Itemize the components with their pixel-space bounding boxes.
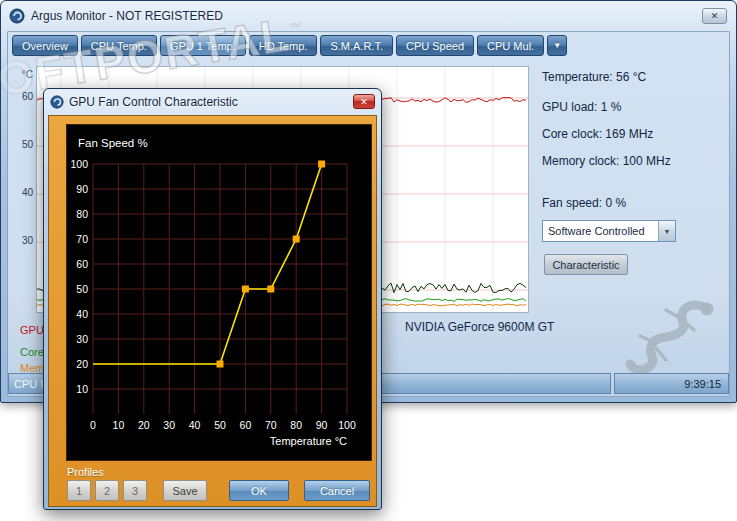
y-axis-tick-40: 40 xyxy=(16,187,33,198)
svg-text:70: 70 xyxy=(76,233,88,245)
svg-text:30: 30 xyxy=(76,333,88,345)
svg-text:20: 20 xyxy=(138,419,150,431)
tab-cpu-mul[interactable]: CPU Mul. xyxy=(477,35,544,56)
chevron-down-icon[interactable]: ▼ xyxy=(658,221,675,241)
svg-text:50: 50 xyxy=(214,419,226,431)
y-axis-tick-30: 30 xyxy=(16,235,33,246)
svg-text:40: 40 xyxy=(189,419,201,431)
svg-text:100: 100 xyxy=(70,158,88,170)
close-icon[interactable]: ✕ xyxy=(353,94,375,109)
dialog-titlebar[interactable]: GPU Fan Control Characteristic ✕ xyxy=(48,89,377,115)
tab-overview[interactable]: Overview xyxy=(12,35,78,56)
characteristic-button[interactable]: Characteristic xyxy=(544,254,628,275)
dialog-body: 0102030405060708090100102030405060708090… xyxy=(48,115,377,507)
save-button[interactable]: Save xyxy=(163,480,207,501)
gpu-name-label: NVIDIA GeForce 9600M GT xyxy=(405,320,554,334)
close-icon[interactable]: ✕ xyxy=(702,8,727,24)
svg-text:0: 0 xyxy=(90,419,96,431)
svg-text:80: 80 xyxy=(290,419,302,431)
svg-text:10: 10 xyxy=(113,419,125,431)
svg-text:10: 10 xyxy=(76,383,88,395)
app-icon xyxy=(9,8,25,24)
profile-3-button[interactable]: 3 xyxy=(123,480,147,501)
profiles-label: Profiles xyxy=(67,466,104,478)
tab-overflow-chevron-icon[interactable]: ▼ xyxy=(547,35,567,56)
y-axis-tick-60: 60 xyxy=(16,91,33,102)
fan-speed-value: Fan speed: 0 % xyxy=(542,196,626,210)
svg-text:60: 60 xyxy=(240,419,252,431)
dialog-title: GPU Fan Control Characteristic xyxy=(69,95,238,109)
tab-gpu1-temp[interactable]: GPU 1 Temp. xyxy=(160,35,246,56)
svg-text:30: 30 xyxy=(163,419,175,431)
fan-curve-chart[interactable]: 0102030405060708090100102030405060708090… xyxy=(66,124,372,461)
tab-cpu-speed[interactable]: CPU Speed xyxy=(396,35,474,56)
desktop: Argus Monitor - NOT REGISTERED ✕ Overvie… xyxy=(0,0,737,521)
svg-text:Temperature °C: Temperature °C xyxy=(270,435,347,447)
gecko-logo xyxy=(620,298,720,378)
profile-1-button[interactable]: 1 xyxy=(67,480,91,501)
main-titlebar[interactable]: Argus Monitor - NOT REGISTERED ✕ xyxy=(1,1,736,31)
core-clock-value: Core clock: 169 MHz xyxy=(542,127,653,141)
svg-text:20: 20 xyxy=(76,358,88,370)
fan-mode-selected-value: Software Controlled xyxy=(543,225,658,237)
svg-text:100: 100 xyxy=(338,419,356,431)
ok-button[interactable]: OK xyxy=(229,480,289,501)
y-axis-unit: °C xyxy=(16,69,33,80)
cancel-button[interactable]: Cancel xyxy=(304,480,370,501)
app-icon xyxy=(50,95,64,109)
window-title: Argus Monitor - NOT REGISTERED xyxy=(31,9,223,23)
svg-text:40: 40 xyxy=(76,308,88,320)
fan-mode-select[interactable]: Software Controlled ▼ xyxy=(542,220,676,242)
gpu-load-value: GPU load: 1 % xyxy=(542,100,621,114)
tab-hd-temp[interactable]: HD Temp. xyxy=(249,35,318,56)
y-axis-tick-50: 50 xyxy=(16,139,33,150)
temperature-value: Temperature: 56 °C xyxy=(542,70,646,84)
memory-clock-value: Memory clock: 100 MHz xyxy=(542,154,671,168)
svg-text:50: 50 xyxy=(76,283,88,295)
svg-text:80: 80 xyxy=(76,208,88,220)
svg-text:90: 90 xyxy=(316,419,328,431)
status-clock: 9:39:15 xyxy=(614,373,729,394)
fan-control-dialog: GPU Fan Control Characteristic ✕ 0102030… xyxy=(43,88,382,510)
tab-cpu-temp[interactable]: CPU Temp. xyxy=(81,35,157,56)
svg-text:Fan Speed %: Fan Speed % xyxy=(78,137,148,149)
tab-bar: Overview CPU Temp. GPU 1 Temp. HD Temp. … xyxy=(12,35,567,56)
svg-text:70: 70 xyxy=(265,419,277,431)
profile-2-button[interactable]: 2 xyxy=(95,480,119,501)
svg-text:90: 90 xyxy=(76,183,88,195)
svg-text:60: 60 xyxy=(76,258,88,270)
tab-smart[interactable]: S.M.A.R.T. xyxy=(320,35,393,56)
